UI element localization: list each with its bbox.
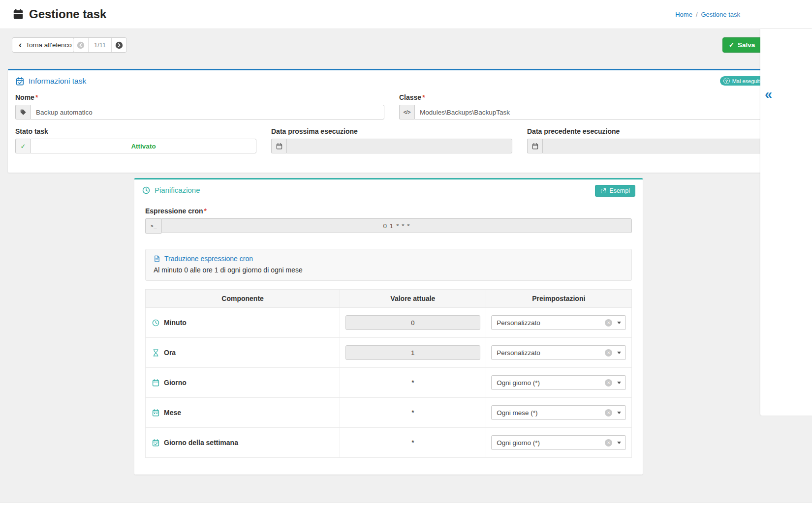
calendar-check-icon	[152, 439, 159, 447]
code-icon: </>	[399, 105, 414, 119]
breadcrumb: Home / Gestione task	[675, 11, 740, 18]
minuto-value-input[interactable]	[345, 315, 480, 330]
caret-down-icon	[617, 322, 621, 324]
data-prossima-group	[271, 139, 512, 153]
data-precedente-input[interactable]	[542, 139, 768, 153]
clear-selection-icon[interactable]: ×	[605, 439, 612, 447]
preset-selected-value: Ogni mese (*)	[497, 409, 605, 417]
minuto-preset-select[interactable]: Personalizzato ×	[491, 315, 626, 330]
breadcrumb-current-link[interactable]: Gestione task	[701, 11, 741, 18]
task-info-panel: Informazioni task ? Mai eseguito Nome* C…	[8, 69, 776, 173]
cron-translation-title: Traduzione espressione cron	[154, 255, 624, 263]
cron-expression-label: Espressione cron*	[145, 207, 632, 215]
giorno-settimana-value-text: *	[411, 439, 414, 447]
required-asterisk: *	[204, 207, 207, 215]
giorno-preset-select[interactable]: Ogni giorno (*) ×	[491, 375, 626, 390]
data-prossima-label: Data prossima esecuzione	[271, 127, 512, 135]
task-info-body: Nome* Classe* </> Stato task	[8, 86, 776, 153]
pager-prev-button[interactable]	[73, 38, 88, 52]
caret-down-icon	[617, 382, 621, 384]
breadcrumb-separator: /	[696, 11, 698, 18]
pager-next-button[interactable]	[111, 38, 126, 52]
stato-task-input[interactable]	[31, 139, 256, 153]
tag-icon	[15, 105, 31, 119]
data-precedente-label: Data precedente esecuzione	[527, 127, 768, 135]
mese-preset-select[interactable]: Ogni mese (*) ×	[491, 405, 626, 420]
task-info-title-text: Informazioni task	[29, 77, 86, 86]
arrow-circle-right-icon	[115, 41, 123, 49]
terminal-icon: >_	[145, 218, 161, 234]
schedule-title-text: Pianificazione	[155, 186, 200, 194]
task-info-panel-title: Informazioni task	[16, 77, 768, 86]
ora-preset-select[interactable]: Personalizzato ×	[491, 345, 626, 360]
page-title-wrap: Gestione task	[13, 7, 106, 21]
table-row-minuto: Minuto Personalizzato ×	[146, 308, 632, 338]
classe-field-group: </>	[399, 105, 768, 119]
question-circle-icon: ?	[723, 78, 730, 84]
calendar-icon	[527, 139, 542, 153]
caret-down-icon	[617, 412, 621, 414]
stato-task-label: Stato task	[15, 127, 256, 135]
data-prossima-input[interactable]	[286, 139, 512, 153]
clear-selection-icon[interactable]: ×	[605, 349, 612, 357]
preset-selected-value: Personalizzato	[497, 319, 605, 327]
check-icon: ✓	[729, 41, 734, 49]
file-text-icon	[154, 255, 160, 262]
clock-icon	[142, 186, 150, 194]
classe-input[interactable]	[414, 105, 768, 119]
component-label: Giorno	[152, 379, 339, 387]
schedule-panel-header: Pianificazione Esempi	[134, 179, 643, 194]
calendar-check-icon	[16, 77, 24, 86]
calendar-icon	[152, 379, 159, 387]
status-badge-label: Mai eseguito	[732, 78, 763, 84]
cron-components-table: Componente Valore attuale Preimpostazion…	[145, 289, 632, 458]
back-button-label: Torna all'elenco	[26, 41, 71, 49]
breadcrumb-home-link[interactable]: Home	[675, 11, 692, 18]
nome-label: Nome*	[15, 93, 384, 101]
giorno-settimana-preset-select[interactable]: Ogni giorno (*) ×	[491, 435, 626, 450]
giorno-value-text: *	[411, 379, 414, 387]
external-link-icon	[600, 188, 606, 194]
component-label: Ora	[152, 349, 339, 357]
ora-value-input[interactable]	[345, 345, 480, 360]
column-header-preimpostazioni: Preimpostazioni	[486, 290, 631, 308]
arrow-circle-left-icon	[77, 41, 85, 49]
cron-expression-group: >_	[145, 218, 632, 234]
caret-down-icon	[617, 442, 621, 444]
required-asterisk: *	[422, 93, 425, 101]
preset-selected-value: Ogni giorno (*)	[497, 379, 605, 387]
clear-selection-icon[interactable]: ×	[605, 409, 612, 417]
app-header: Gestione task Home / Gestione task	[0, 0, 812, 29]
back-to-list-button[interactable]: ‹ Torna all'elenco	[12, 37, 79, 53]
toolbar: ‹ Torna all'elenco 1/11 ✓ Salva	[0, 37, 812, 53]
calendar-icon	[271, 139, 286, 153]
clear-selection-icon[interactable]: ×	[605, 319, 612, 327]
record-pager: 1/11	[73, 37, 127, 53]
cron-expression-input[interactable]	[161, 218, 632, 233]
clear-selection-icon[interactable]: ×	[605, 379, 612, 387]
table-row-ora: Ora Personalizzato ×	[146, 338, 632, 368]
calendar-icon	[13, 9, 24, 20]
nome-input[interactable]	[31, 105, 384, 119]
required-asterisk: *	[35, 93, 38, 101]
table-row-giorno: Giorno * Ogni giorno (*) ×	[146, 368, 632, 398]
clock-icon	[152, 319, 159, 327]
examples-button[interactable]: Esempi	[595, 185, 635, 197]
classe-label: Classe*	[399, 93, 768, 101]
collapse-left-icon[interactable]: «	[765, 88, 772, 101]
column-header-componente: Componente	[146, 290, 340, 308]
preset-selected-value: Personalizzato	[497, 349, 605, 357]
cron-translation-title-text: Traduzione espressione cron	[164, 255, 253, 263]
examples-button-label: Esempi	[609, 187, 630, 194]
preset-selected-value: Ogni giorno (*)	[497, 439, 605, 447]
right-side-panel: «	[760, 29, 812, 416]
table-header-row: Componente Valore attuale Preimpostazion…	[146, 290, 632, 308]
stato-task-group: ✓	[15, 139, 256, 153]
schedule-panel-body: Espressione cron* >_ Traduzione espressi…	[134, 194, 643, 458]
hourglass-icon	[152, 349, 159, 357]
task-info-panel-header: Informazioni task ? Mai eseguito	[8, 70, 776, 86]
nome-field-group	[15, 105, 384, 119]
calendar-alt-icon	[152, 409, 159, 417]
data-precedente-group	[527, 139, 768, 153]
cron-translation-text: Al minuto 0 alle ore 1 di ogni giorno di…	[154, 266, 624, 274]
